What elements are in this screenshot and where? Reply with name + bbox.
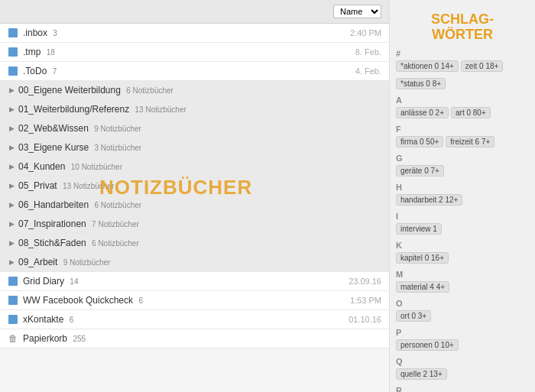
list-item[interactable]: ▶03_Eigene Kurse 3 Notizbücher — [0, 138, 389, 157]
tag-chip[interactable]: interview 1 — [396, 223, 442, 235]
tag-letter: P — [396, 328, 529, 337]
tag-chip[interactable]: firma 0 50+ — [396, 136, 443, 147]
tag-letter: A — [396, 96, 529, 105]
item-count: 18 — [47, 48, 55, 57]
item-date: 4. Feb. — [355, 66, 381, 76]
tag-row: ort 0 3+ — [396, 310, 529, 322]
tag-row: kapitel 0 16+ — [396, 252, 529, 264]
tag-letter: Q — [396, 357, 529, 366]
tag-letter: G — [396, 154, 529, 163]
list-item[interactable]: WW Facebook Quickcheck 61:53 PM — [0, 291, 389, 310]
list-item[interactable]: 🗑Papierkorb 255 — [0, 329, 389, 348]
list-item[interactable]: .tmp 188. Feb. — [0, 43, 389, 62]
tag-chip[interactable]: zeit 0 18+ — [461, 60, 504, 72]
left-panel: Name Datum .inbox 32:40 PM.tmp 188. Feb.… — [0, 0, 390, 392]
item-date: 8. Feb. — [355, 47, 381, 57]
item-count: 6 — [70, 316, 74, 324]
item-name: .tmp 18 — [23, 47, 355, 57]
item-sub: 6 Notizbücher — [126, 86, 173, 95]
list-item[interactable]: Grid Diary 1423.09.16 — [0, 272, 389, 291]
item-name: 07_Inspirationen 7 Notizbücher — [18, 219, 381, 229]
item-name: Grid Diary 14 — [23, 276, 349, 287]
note-icon — [8, 314, 18, 325]
tag-chip[interactable]: geräte 0 7+ — [396, 165, 444, 177]
tag-row: interview 1 — [396, 223, 529, 235]
list-item[interactable]: ▶06_Handarbeiten 6 Notizbücher — [0, 196, 389, 215]
tag-letter: # — [396, 49, 529, 58]
tag-chip[interactable]: material 4 4+ — [396, 281, 449, 293]
list-item[interactable]: ▶01_Weiterbildung/Referenz 13 Notizbüche… — [0, 100, 389, 119]
sort-select[interactable]: Name Datum — [333, 5, 381, 18]
tag-chip[interactable]: ort 0 3+ — [396, 310, 431, 322]
tag-chip[interactable]: freizeit 6 7+ — [446, 136, 494, 147]
item-name: 06_Handarbeiten 6 Notizbücher — [18, 199, 381, 210]
chevron-right-icon: ▶ — [8, 144, 15, 151]
item-name: 02_Web&Wissen 9 Notizbücher — [18, 123, 381, 134]
list-item[interactable]: ▶05_Privat 13 Notizbücher — [0, 177, 389, 196]
tag-chip[interactable]: anlässe 0 2+ — [396, 107, 449, 118]
tag-letter: M — [396, 270, 529, 279]
tag-section: *status 0 8+ — [396, 78, 529, 89]
item-name: Papierkorb 255 — [23, 333, 381, 344]
chevron-right-icon: ▶ — [8, 182, 15, 190]
list-body: .inbox 32:40 PM.tmp 188. Feb..ToDo 74. F… — [0, 24, 389, 392]
note-icon — [8, 66, 18, 76]
item-count: 14 — [70, 277, 78, 286]
item-sub: 9 Notizbücher — [94, 125, 141, 133]
item-name: 04_Kunden 10 Notizbücher — [18, 161, 381, 172]
item-name: 09_Arbeit 9 Notizbücher — [18, 257, 381, 267]
chevron-right-icon: ▶ — [8, 258, 15, 266]
list-item[interactable]: ▶04_Kunden 10 Notizbücher — [0, 157, 389, 177]
list-item[interactable]: xKontakte 601.10.16 — [0, 310, 389, 329]
list-item[interactable]: .ToDo 74. Feb. — [0, 62, 389, 81]
tag-chip[interactable]: kapitel 0 16+ — [396, 252, 449, 264]
tag-letter: H — [396, 183, 529, 192]
list-item[interactable]: ▶02_Web&Wissen 9 Notizbücher — [0, 119, 389, 138]
chevron-right-icon: ▶ — [8, 220, 15, 228]
tag-section: Ppersonen 0 10+ — [396, 328, 529, 351]
trash-icon: 🗑 — [8, 333, 18, 344]
tag-section: Oort 0 3+ — [396, 299, 529, 322]
tag-chip[interactable]: personen 0 10+ — [396, 339, 459, 351]
tag-section: Qquelle 2 13+ — [396, 357, 529, 380]
tag-section: Rrezept 75 16+ — [396, 386, 529, 392]
chevron-right-icon: ▶ — [8, 105, 15, 113]
list-item[interactable]: ▶08_Stich&Faden 6 Notizbücher — [0, 234, 389, 253]
item-count: 6 — [138, 296, 143, 305]
chevron-right-icon: ▶ — [8, 86, 15, 94]
list-item[interactable]: ▶07_Inspirationen 7 Notizbücher — [0, 215, 389, 234]
item-date: 23.09.16 — [349, 277, 381, 286]
tag-section: Hhandarbeit 2 12+ — [396, 183, 529, 206]
tag-chip[interactable]: handarbeit 2 12+ — [396, 194, 462, 206]
list-item[interactable]: ▶09_Arbeit 9 Notizbücher — [0, 253, 389, 272]
item-name: 01_Weiterbildung/Referenz 13 Notizbücher — [18, 104, 381, 115]
tag-row: personen 0 10+ — [396, 339, 529, 351]
item-sub: 13 Notizbücher — [135, 105, 186, 114]
tag-row: geräte 0 7+ — [396, 165, 529, 177]
list-item[interactable]: .inbox 32:40 PM — [0, 24, 389, 43]
item-name: 00_Eigene Weiterbildung 6 Notizbücher — [18, 85, 381, 96]
tag-chip[interactable]: *aktionen 0 14+ — [396, 60, 459, 72]
tag-chip[interactable]: quelle 2 13+ — [396, 368, 447, 380]
item-name: 03_Eigene Kurse 3 Notizbücher — [18, 142, 381, 153]
schlag-label: SCHLAG-WÖRTER — [396, 12, 529, 43]
tag-section: Ggeräte 0 7+ — [396, 154, 529, 177]
tag-row: handarbeit 2 12+ — [396, 194, 529, 206]
item-name: 08_Stich&Faden 6 Notizbücher — [18, 238, 381, 248]
item-sub: 6 Notizbücher — [94, 201, 141, 209]
tag-row: *aktionen 0 14+zeit 0 18+ — [396, 60, 529, 72]
tag-row: quelle 2 13+ — [396, 368, 529, 380]
tag-section: #*aktionen 0 14+zeit 0 18+ — [396, 49, 529, 72]
tag-row: *status 0 8+ — [396, 78, 529, 89]
tag-chip[interactable]: art 0 80+ — [451, 107, 491, 118]
list-item[interactable]: ▶00_Eigene Weiterbildung 6 Notizbücher — [0, 81, 389, 100]
item-sub: 10 Notizbücher — [71, 163, 122, 171]
item-name: WW Facebook Quickcheck 6 — [23, 295, 350, 306]
item-date: 01.10.16 — [349, 315, 381, 324]
sort-control: Name Datum — [329, 5, 381, 18]
note-icon — [8, 28, 18, 38]
tag-chip[interactable]: *status 0 8+ — [396, 78, 446, 89]
item-sub: 7 Notizbücher — [92, 220, 139, 228]
tag-row: material 4 4+ — [396, 281, 529, 293]
item-sub: 9 Notizbücher — [63, 258, 111, 267]
